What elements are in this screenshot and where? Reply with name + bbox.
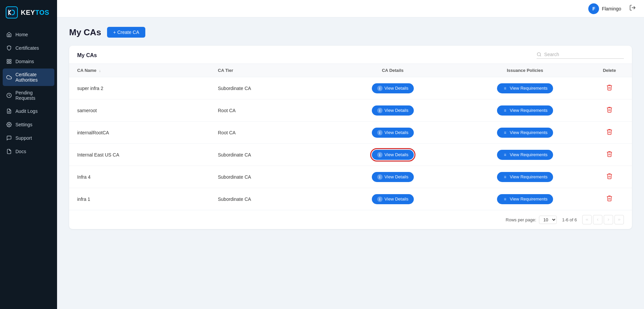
sidebar-item-settings[interactable]: Settings [0, 118, 57, 131]
ca-tier-cell: Root CA [210, 122, 322, 144]
delete-button[interactable] [603, 171, 615, 182]
user-badge[interactable]: F Flamingo [588, 3, 621, 14]
avatar: F [588, 3, 599, 14]
ca-name-cell: Internal East US CA [69, 144, 210, 166]
sidebar-item-audit-logs-label: Audit Logs [15, 108, 38, 114]
sidebar-item-docs[interactable]: Docs [0, 145, 57, 158]
ca-tier-cell: Subordinate CA [210, 188, 322, 210]
view-details-button[interactable]: i View Details [372, 194, 414, 204]
ca-details-cell: i View Details [323, 77, 463, 99]
certificate-authorities-icon [6, 74, 12, 80]
logo-tos: TOS [35, 9, 49, 16]
page-content: My CAs + Create CA My CAs CA Name ↓ [57, 17, 644, 309]
create-ca-button[interactable]: + Create CA [107, 27, 145, 38]
list-icon: ≡ [502, 174, 508, 180]
col-header-delete: Delete [587, 64, 632, 77]
docs-icon [6, 148, 12, 154]
ca-name-cell: super infra 2 [69, 77, 210, 99]
ca-name-cell: sameroot [69, 99, 210, 122]
delete-button[interactable] [603, 193, 615, 205]
svg-rect-2 [9, 59, 11, 61]
ca-tier-cell: Subordinate CA [210, 166, 322, 188]
sidebar-item-pending-requests[interactable]: Pending Requests [0, 87, 57, 104]
table-row: infra 1 Subordinate CA i View Details ≡ [69, 188, 632, 210]
col-header-ca-name: CA Name ↓ [69, 64, 210, 77]
logo-key: KEY [21, 9, 35, 16]
sidebar-item-domains[interactable]: Domains [0, 55, 57, 68]
delete-button[interactable] [603, 105, 615, 116]
sort-icon-ca-name[interactable]: ↓ [99, 69, 101, 73]
logout-button[interactable] [629, 4, 636, 13]
info-icon: i [377, 174, 383, 180]
rows-per-page: Rows per page: 5 10 25 50 [506, 216, 557, 224]
table-card-title: My CAs [77, 52, 97, 58]
delete-button[interactable] [603, 127, 615, 138]
svg-point-8 [8, 124, 10, 125]
sidebar-item-audit-logs[interactable]: Audit Logs [0, 105, 57, 118]
sidebar-item-pending-requests-label: Pending Requests [15, 90, 51, 101]
svg-line-11 [540, 55, 541, 56]
svg-rect-1 [7, 59, 9, 61]
header: F Flamingo [57, 0, 644, 17]
sidebar-item-certificate-authorities[interactable]: Certificate Authorities [3, 69, 54, 86]
sidebar-item-certificates[interactable]: Certificates [0, 42, 57, 54]
table-card: My CAs CA Name ↓ CA Tier CA Details [69, 46, 632, 229]
user-name: Flamingo [602, 6, 621, 11]
delete-cell [587, 77, 632, 99]
list-icon: ≡ [502, 86, 508, 91]
view-requirements-button[interactable]: ≡ View Requirements [497, 105, 553, 116]
delete-button[interactable] [603, 149, 615, 160]
pagination-next-button[interactable] [604, 215, 613, 224]
delete-cell [587, 99, 632, 122]
rows-per-page-select[interactable]: 5 10 25 50 [539, 216, 557, 224]
pagination-first-button[interactable] [582, 215, 592, 224]
view-details-button[interactable]: i View Details [372, 128, 414, 138]
issuance-cell: ≡ View Requirements [463, 77, 587, 99]
support-icon [6, 135, 12, 141]
issuance-cell: ≡ View Requirements [463, 166, 587, 188]
view-details-button-highlighted[interactable]: i View Details [372, 150, 414, 160]
list-icon: ≡ [502, 152, 508, 158]
sidebar-item-settings-label: Settings [15, 122, 33, 127]
sidebar-item-home-label: Home [15, 32, 28, 37]
search-icon [537, 52, 542, 57]
info-icon: i [377, 108, 383, 113]
svg-rect-3 [7, 62, 9, 63]
view-details-button[interactable]: i View Details [372, 83, 414, 93]
col-header-issuance-policies: Issuance Policies [463, 64, 587, 77]
view-requirements-button[interactable]: ≡ View Requirements [497, 194, 553, 204]
search-input[interactable] [544, 52, 624, 57]
view-requirements-button[interactable]: ≡ View Requirements [497, 172, 553, 182]
issuance-cell: ≡ View Requirements [463, 144, 587, 166]
svg-point-10 [537, 53, 541, 56]
pagination-buttons [582, 215, 624, 224]
view-requirements-button[interactable]: ≡ View Requirements [497, 128, 553, 138]
issuance-cell: ≡ View Requirements [463, 188, 587, 210]
ca-name-cell: internalRootCA [69, 122, 210, 144]
pagination-last-button[interactable] [614, 215, 624, 224]
pending-requests-icon [6, 92, 12, 98]
view-requirements-button[interactable]: ≡ View Requirements [497, 150, 553, 160]
main-content: F Flamingo My CAs + Create CA My CAs [57, 0, 644, 309]
view-requirements-button[interactable]: ≡ View Requirements [497, 83, 553, 93]
ca-table: CA Name ↓ CA Tier CA Details Issuance Po… [69, 64, 632, 210]
pagination-prev-button[interactable] [593, 215, 602, 224]
table-card-header: My CAs [69, 46, 632, 64]
table-row: Infra 4 Subordinate CA i View Details ≡ [69, 166, 632, 188]
delete-button[interactable] [603, 83, 615, 94]
sidebar-item-domains-label: Domains [15, 59, 34, 64]
table-body: super infra 2 Subordinate CA i View Deta… [69, 77, 632, 210]
table-row: super infra 2 Subordinate CA i View Deta… [69, 77, 632, 99]
sidebar-item-home[interactable]: Home [0, 28, 57, 41]
delete-cell [587, 144, 632, 166]
view-details-button[interactable]: i View Details [372, 172, 414, 182]
ca-name-cell: Infra 4 [69, 166, 210, 188]
view-details-button[interactable]: i View Details [372, 105, 414, 116]
delete-cell [587, 166, 632, 188]
ca-tier-cell: Subordinate CA [210, 144, 322, 166]
svg-rect-4 [9, 62, 11, 63]
info-icon: i [377, 152, 383, 158]
sidebar-item-support[interactable]: Support [0, 132, 57, 144]
col-header-ca-details: CA Details [323, 64, 463, 77]
pagination-info: 1-6 of 6 [562, 217, 577, 222]
